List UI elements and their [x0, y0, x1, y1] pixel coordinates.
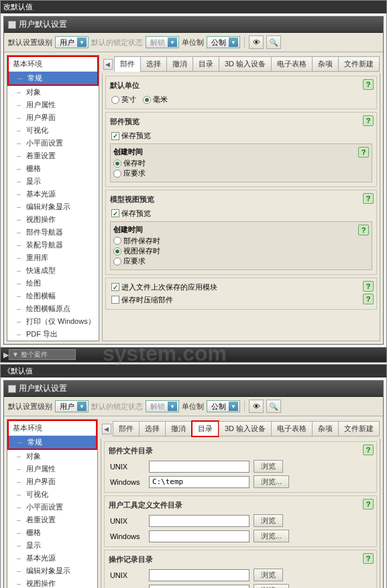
tree-item[interactable]: 可视化 — [7, 488, 97, 501]
tab-scroll-left[interactable]: ◀ — [102, 424, 111, 434]
bottom-combo[interactable]: ▼ 整个案件 — [9, 349, 76, 360]
browse-button[interactable]: 浏览 — [254, 569, 283, 581]
help-icon[interactable]: ? — [363, 445, 374, 455]
tree-item[interactable]: 小平面设置 — [7, 137, 99, 150]
dialog: 用户默认设置 默认设置级别 用户▼ 默认的锁定状态 解锁▼ 单位制 公制▼ 👁 … — [3, 380, 384, 588]
unit-combo[interactable]: 公制▼ — [207, 36, 240, 48]
tab-select[interactable]: 选择 — [139, 421, 166, 436]
check-save-preview2[interactable]: ✓保存预览 — [111, 209, 151, 219]
browse-button[interactable]: 浏览 — [254, 460, 283, 473]
tool-icon-1[interactable]: 👁 — [249, 36, 264, 49]
tab-new[interactable]: 文件新建 — [338, 421, 380, 436]
tree-item[interactable]: 重用库 — [7, 251, 99, 264]
tree-item[interactable]: 绘图 — [7, 277, 99, 290]
tree-item[interactable]: 打印（仅 Windows） — [7, 315, 99, 328]
check-compress[interactable]: 保存时压缩部件 — [111, 295, 173, 305]
unix-input[interactable] — [149, 569, 250, 581]
help-icon[interactable]: ? — [363, 79, 374, 90]
tree-item[interactable]: 小平面设置 — [7, 501, 97, 514]
tree-item[interactable]: 绘图横幅原点 — [7, 302, 99, 315]
tab-misc[interactable]: 杂项 — [312, 421, 339, 436]
tree-item[interactable]: 可视化 — [7, 124, 99, 137]
browse-button[interactable]: 浏览... — [254, 530, 289, 542]
tool-icon-2[interactable]: 🔍 — [266, 400, 281, 413]
lock-combo[interactable]: 解锁▼ — [146, 400, 179, 412]
tree-item[interactable]: 基本光源 — [7, 188, 99, 200]
help-icon[interactable]: ? — [363, 499, 374, 510]
help-icon[interactable]: ? — [363, 294, 374, 304]
unix-input[interactable] — [149, 461, 250, 473]
tree-item[interactable]: 绘图横幅 — [7, 290, 99, 302]
tool-icon-1[interactable]: 👁 — [249, 400, 264, 413]
tab-select[interactable]: 选择 — [140, 56, 167, 72]
group-tool-dir: ? 用户工具定义文件目录 UNIX浏览 Windows浏览... — [104, 495, 377, 547]
tree-item[interactable]: 编辑对象显示 — [7, 200, 99, 213]
level-combo[interactable]: 用户▼ — [55, 400, 89, 412]
windows-input[interactable] — [149, 530, 250, 542]
tree-item[interactable]: 对象 — [7, 450, 97, 463]
tab-3d[interactable]: 3D 输入设备 — [219, 421, 272, 436]
tree-item[interactable]: 着重设置 — [7, 150, 99, 162]
radio-on-demand2[interactable]: 应要求 — [113, 256, 146, 266]
check-enter-last[interactable]: ✓进入文件上次保存的应用模块 — [111, 282, 217, 292]
tree-item[interactable]: 装配导航器 — [7, 239, 99, 251]
tree-header[interactable]: 基本环境 — [9, 57, 97, 72]
browse-button[interactable]: 浏览... — [254, 475, 289, 488]
radio-on-save[interactable]: 保存时 — [113, 158, 146, 168]
tab-undo[interactable]: 撤消 — [166, 56, 193, 72]
radio-on-demand[interactable]: 应要求 — [113, 168, 146, 178]
help-icon[interactable]: ? — [363, 553, 374, 564]
tab-sheet[interactable]: 电子表格 — [271, 421, 313, 436]
tree-item[interactable]: 显示 — [7, 175, 99, 188]
windows-input[interactable] — [149, 476, 250, 488]
tree-item[interactable]: 用户属性 — [7, 99, 99, 111]
tab-bar: ◀ 部件 选择 撤消 目录 3D 输入设备 电子表格 杂项 文件新建 — [102, 55, 380, 73]
tree-item[interactable]: 编辑对象显示 — [7, 565, 97, 577]
tree-item[interactable]: 用户界面 — [7, 111, 99, 124]
tree-item[interactable]: 基本光源 — [7, 552, 97, 565]
help-icon[interactable]: ? — [363, 281, 374, 292]
check-save-preview[interactable]: ✓保存预览 — [111, 131, 151, 141]
tree-item[interactable]: 显示 — [7, 539, 97, 552]
tree-item[interactable]: 着重设置 — [7, 514, 97, 526]
unix-input[interactable] — [149, 515, 250, 527]
tab-3d[interactable]: 3D 输入设备 — [219, 56, 272, 72]
tree-item[interactable]: 栅格 — [7, 526, 97, 539]
tree-item[interactable]: 对象 — [7, 86, 99, 99]
tab-new[interactable]: 文件新建 — [338, 56, 380, 72]
help-icon[interactable]: ? — [363, 115, 374, 126]
tree-item[interactable]: 部件导航器 — [7, 226, 99, 239]
tab-scroll-left[interactable]: ◀ — [103, 59, 113, 70]
browse-button[interactable]: 浏览... — [254, 584, 289, 588]
tab-undo[interactable]: 撤消 — [165, 421, 192, 436]
tab-parts[interactable]: 部件 — [113, 421, 140, 436]
tab-dir[interactable]: 目录 — [192, 56, 219, 72]
radio-mm[interactable]: 毫米 — [143, 95, 168, 105]
lock-combo[interactable]: 解锁▼ — [146, 36, 179, 48]
tool-icon-2[interactable]: 🔍 — [266, 36, 281, 49]
level-combo[interactable]: 用户▼ — [55, 36, 89, 48]
radio-view-save[interactable]: 视图保存时 — [113, 246, 160, 256]
tree-item[interactable]: 快速成型 — [7, 264, 99, 277]
sidebar: 基本环境 常规 对象 用户属性 用户界面 可视化 小平面设置 着重设置 栅格 显… — [7, 419, 98, 588]
radio-inch[interactable]: 英寸 — [111, 95, 136, 105]
tree-item[interactable]: PDF 导出 — [7, 328, 99, 341]
tree-item[interactable]: 用户属性 — [7, 463, 97, 475]
windows-input[interactable] — [149, 585, 250, 589]
radio-part-save[interactable]: 部件保存时 — [113, 236, 160, 246]
tree-item[interactable]: 视图操作 — [7, 213, 99, 226]
tree-item[interactable]: 视图操作 — [7, 577, 97, 588]
help-icon[interactable]: ? — [363, 193, 374, 204]
help-icon[interactable]: ? — [358, 225, 369, 235]
browse-button[interactable]: 浏览 — [254, 514, 283, 527]
tab-parts[interactable]: 部件 — [114, 56, 141, 72]
unit-combo[interactable]: 公制▼ — [207, 400, 240, 412]
help-icon[interactable]: ? — [358, 147, 369, 158]
tab-dir[interactable]: 目录 — [191, 420, 219, 437]
tree-item[interactable]: 栅格 — [7, 162, 99, 175]
tree-item-selected[interactable]: 常规 — [9, 72, 97, 84]
tab-sheet[interactable]: 电子表格 — [271, 56, 313, 72]
tree-item[interactable]: 用户界面 — [7, 475, 97, 488]
tab-misc[interactable]: 杂项 — [312, 56, 339, 72]
tree-item-selected[interactable]: 常规 — [9, 436, 96, 449]
